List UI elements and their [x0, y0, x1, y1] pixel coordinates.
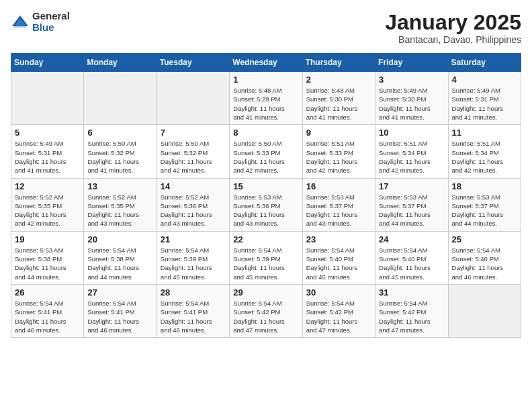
- calendar-cell: 13Sunrise: 5:52 AM Sunset: 5:35 PM Dayli…: [84, 178, 157, 231]
- calendar-cell: 18Sunrise: 5:53 AM Sunset: 5:37 PM Dayli…: [448, 178, 521, 231]
- day-info: Sunrise: 5:53 AM Sunset: 5:36 PM Dayligh…: [233, 193, 298, 228]
- day-number: 17: [379, 181, 444, 191]
- calendar-cell: [448, 284, 521, 337]
- day-number: 2: [306, 75, 371, 85]
- calendar-cell: 8Sunrise: 5:50 AM Sunset: 5:33 PM Daylig…: [230, 125, 302, 178]
- col-header-thursday: Thursday: [302, 54, 375, 72]
- day-info: Sunrise: 5:54 AM Sunset: 5:39 PM Dayligh…: [233, 246, 298, 281]
- title-block: January 2025 Bantacan, Davao, Philippine…: [385, 11, 521, 45]
- day-info: Sunrise: 5:54 AM Sunset: 5:38 PM Dayligh…: [87, 246, 152, 281]
- calendar-cell: 22Sunrise: 5:54 AM Sunset: 5:39 PM Dayli…: [230, 231, 302, 284]
- day-info: Sunrise: 5:54 AM Sunset: 5:41 PM Dayligh…: [87, 299, 152, 334]
- day-number: 9: [306, 128, 371, 138]
- calendar-cell: [84, 72, 157, 125]
- calendar-cell: 3Sunrise: 5:49 AM Sunset: 5:30 PM Daylig…: [375, 72, 448, 125]
- col-header-wednesday: Wednesday: [230, 54, 302, 72]
- day-number: 20: [87, 234, 152, 244]
- col-header-saturday: Saturday: [448, 54, 521, 72]
- day-number: 27: [87, 287, 152, 298]
- col-header-friday: Friday: [375, 54, 448, 72]
- page-header: General Blue January 2025 Bantacan, Dava…: [11, 11, 521, 45]
- day-info: Sunrise: 5:54 AM Sunset: 5:42 PM Dayligh…: [233, 299, 298, 334]
- day-number: 8: [233, 128, 298, 138]
- calendar-cell: 1Sunrise: 5:48 AM Sunset: 5:29 PM Daylig…: [230, 72, 302, 125]
- calendar-cell: 27Sunrise: 5:54 AM Sunset: 5:41 PM Dayli…: [84, 284, 157, 337]
- calendar-header-row: SundayMondayTuesdayWednesdayThursdayFrid…: [11, 54, 521, 72]
- day-info: Sunrise: 5:54 AM Sunset: 5:40 PM Dayligh…: [452, 246, 517, 281]
- day-info: Sunrise: 5:54 AM Sunset: 5:42 PM Dayligh…: [379, 299, 444, 334]
- day-number: 1: [233, 75, 298, 85]
- calendar-cell: 9Sunrise: 5:51 AM Sunset: 5:33 PM Daylig…: [302, 125, 375, 178]
- day-info: Sunrise: 5:48 AM Sunset: 5:29 PM Dayligh…: [233, 86, 298, 122]
- logo-general-text: General: [32, 11, 70, 22]
- calendar-week-row: 26Sunrise: 5:54 AM Sunset: 5:41 PM Dayli…: [11, 284, 521, 337]
- day-info: Sunrise: 5:48 AM Sunset: 5:30 PM Dayligh…: [306, 86, 371, 122]
- calendar-week-row: 12Sunrise: 5:52 AM Sunset: 5:35 PM Dayli…: [11, 178, 521, 231]
- day-info: Sunrise: 5:54 AM Sunset: 5:40 PM Dayligh…: [306, 246, 371, 281]
- day-number: 7: [161, 128, 226, 138]
- calendar-cell: 15Sunrise: 5:53 AM Sunset: 5:36 PM Dayli…: [230, 178, 302, 231]
- day-number: 18: [452, 181, 517, 191]
- calendar-week-row: 19Sunrise: 5:53 AM Sunset: 5:38 PM Dayli…: [11, 231, 521, 284]
- day-info: Sunrise: 5:52 AM Sunset: 5:35 PM Dayligh…: [15, 193, 80, 228]
- calendar-cell: 17Sunrise: 5:53 AM Sunset: 5:37 PM Dayli…: [375, 178, 448, 231]
- calendar-cell: 31Sunrise: 5:54 AM Sunset: 5:42 PM Dayli…: [375, 284, 448, 337]
- col-header-sunday: Sunday: [11, 54, 84, 72]
- calendar-cell: 30Sunrise: 5:54 AM Sunset: 5:42 PM Dayli…: [302, 284, 375, 337]
- day-info: Sunrise: 5:51 AM Sunset: 5:34 PM Dayligh…: [379, 139, 444, 175]
- day-info: Sunrise: 5:54 AM Sunset: 5:41 PM Dayligh…: [15, 299, 80, 334]
- day-info: Sunrise: 5:49 AM Sunset: 5:31 PM Dayligh…: [452, 86, 517, 122]
- day-info: Sunrise: 5:53 AM Sunset: 5:37 PM Dayligh…: [452, 193, 517, 228]
- day-number: 23: [306, 234, 371, 244]
- logo-text: General Blue: [32, 11, 70, 33]
- day-number: 26: [15, 287, 80, 298]
- calendar-cell: 28Sunrise: 5:54 AM Sunset: 5:41 PM Dayli…: [157, 284, 229, 337]
- day-info: Sunrise: 5:52 AM Sunset: 5:36 PM Dayligh…: [161, 193, 226, 228]
- day-number: 5: [15, 128, 80, 138]
- calendar-cell: 20Sunrise: 5:54 AM Sunset: 5:38 PM Dayli…: [84, 231, 157, 284]
- day-number: 15: [233, 181, 298, 191]
- day-info: Sunrise: 5:51 AM Sunset: 5:34 PM Dayligh…: [452, 139, 517, 175]
- day-info: Sunrise: 5:52 AM Sunset: 5:35 PM Dayligh…: [87, 193, 152, 228]
- calendar-cell: 2Sunrise: 5:48 AM Sunset: 5:30 PM Daylig…: [302, 72, 375, 125]
- col-header-monday: Monday: [84, 54, 157, 72]
- day-info: Sunrise: 5:50 AM Sunset: 5:33 PM Dayligh…: [233, 139, 298, 175]
- day-number: 3: [379, 75, 444, 85]
- logo: General Blue: [11, 11, 70, 33]
- day-number: 29: [233, 287, 298, 298]
- logo-icon: [11, 13, 30, 32]
- calendar-table: SundayMondayTuesdayWednesdayThursdayFrid…: [11, 53, 521, 338]
- calendar-cell: 21Sunrise: 5:54 AM Sunset: 5:39 PM Dayli…: [157, 231, 229, 284]
- day-number: 22: [233, 234, 298, 244]
- day-info: Sunrise: 5:54 AM Sunset: 5:42 PM Dayligh…: [306, 299, 371, 334]
- calendar-cell: 23Sunrise: 5:54 AM Sunset: 5:40 PM Dayli…: [302, 231, 375, 284]
- calendar-cell: 11Sunrise: 5:51 AM Sunset: 5:34 PM Dayli…: [448, 125, 521, 178]
- day-number: 25: [452, 234, 517, 244]
- day-info: Sunrise: 5:50 AM Sunset: 5:32 PM Dayligh…: [87, 139, 152, 175]
- day-number: 11: [452, 128, 517, 138]
- day-number: 31: [379, 287, 444, 298]
- day-info: Sunrise: 5:53 AM Sunset: 5:38 PM Dayligh…: [15, 246, 80, 281]
- calendar-cell: 26Sunrise: 5:54 AM Sunset: 5:41 PM Dayli…: [11, 284, 84, 337]
- calendar-cell: [157, 72, 229, 125]
- calendar-cell: 25Sunrise: 5:54 AM Sunset: 5:40 PM Dayli…: [448, 231, 521, 284]
- calendar-cell: 16Sunrise: 5:53 AM Sunset: 5:37 PM Dayli…: [302, 178, 375, 231]
- day-number: 28: [161, 287, 226, 298]
- calendar-cell: [11, 72, 84, 125]
- day-number: 30: [306, 287, 371, 298]
- day-number: 21: [161, 234, 226, 244]
- day-number: 24: [379, 234, 444, 244]
- day-info: Sunrise: 5:49 AM Sunset: 5:30 PM Dayligh…: [379, 86, 444, 122]
- day-info: Sunrise: 5:53 AM Sunset: 5:37 PM Dayligh…: [379, 193, 444, 228]
- day-number: 13: [87, 181, 152, 191]
- calendar-cell: 29Sunrise: 5:54 AM Sunset: 5:42 PM Dayli…: [230, 284, 302, 337]
- calendar-cell: 10Sunrise: 5:51 AM Sunset: 5:34 PM Dayli…: [375, 125, 448, 178]
- day-number: 10: [379, 128, 444, 138]
- day-number: 16: [306, 181, 371, 191]
- calendar-cell: 7Sunrise: 5:50 AM Sunset: 5:32 PM Daylig…: [157, 125, 229, 178]
- day-number: 6: [87, 128, 152, 138]
- col-header-tuesday: Tuesday: [157, 54, 229, 72]
- day-info: Sunrise: 5:49 AM Sunset: 5:31 PM Dayligh…: [15, 139, 80, 175]
- day-info: Sunrise: 5:53 AM Sunset: 5:37 PM Dayligh…: [306, 193, 371, 228]
- day-number: 12: [15, 181, 80, 191]
